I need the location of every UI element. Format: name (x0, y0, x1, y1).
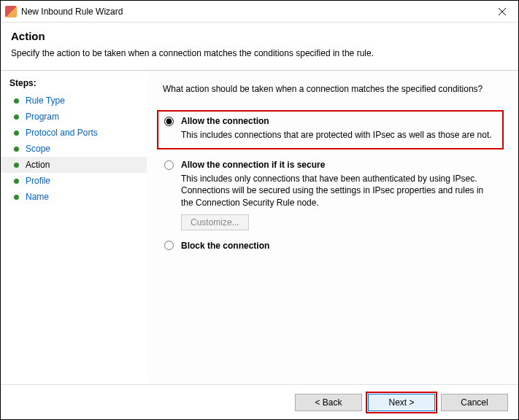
step-bullet-icon (14, 131, 19, 136)
step-label: Rule Type (26, 96, 65, 106)
step-label: Protocol and Ports (26, 128, 98, 138)
step-label: Scope (26, 144, 50, 154)
step-label: Program (26, 112, 59, 122)
sidebar-step[interactable]: Profile (1, 173, 147, 189)
steps-sidebar: Steps: Rule TypeProgramProtocol and Port… (1, 71, 147, 385)
action-prompt: What action should be taken when a conne… (163, 84, 504, 94)
firewall-icon (5, 6, 17, 18)
main-panel: What action should be taken when a conne… (147, 71, 518, 385)
step-label: Profile (26, 176, 50, 186)
title-bar: New Inbound Rule Wizard (1, 1, 518, 23)
option-allow: Allow the connection This includes conne… (157, 110, 504, 149)
step-bullet-icon (14, 163, 19, 168)
step-label: Action (26, 160, 50, 170)
sidebar-step[interactable]: Scope (1, 141, 147, 157)
step-label: Name (26, 192, 49, 202)
next-button[interactable]: Next > (368, 394, 435, 411)
sidebar-step[interactable]: Program (1, 109, 147, 125)
radio-allow[interactable] (164, 117, 174, 126)
label-block: Block the connection (181, 241, 269, 251)
radio-allow-secure[interactable] (164, 160, 174, 170)
customize-button: Customize... (181, 214, 249, 230)
cancel-button[interactable]: Cancel (441, 394, 508, 411)
page-title: Action (11, 30, 508, 42)
step-bullet-icon (14, 147, 19, 152)
desc-allow: This includes connections that are prote… (181, 129, 495, 141)
step-bullet-icon (14, 114, 19, 120)
page-header: Action Specify the action to be taken wh… (1, 23, 518, 70)
radio-block[interactable] (164, 241, 174, 250)
option-allow-secure: Allow the connection if it is secure Thi… (163, 160, 504, 230)
page-subtitle: Specify the action to be taken when a co… (11, 48, 508, 58)
label-allow-secure: Allow the connection if it is secure (181, 160, 325, 170)
back-button[interactable]: < Back (295, 394, 362, 411)
step-bullet-icon (14, 195, 19, 200)
wizard-footer: < Back Next > Cancel (1, 384, 518, 419)
sidebar-step[interactable]: Protocol and Ports (1, 125, 147, 141)
desc-allow-secure: This includes only connections that have… (181, 173, 495, 209)
sidebar-step[interactable]: Rule Type (1, 93, 147, 109)
sidebar-step[interactable]: Action (1, 157, 147, 173)
close-icon (499, 8, 506, 15)
label-allow: Allow the connection (181, 116, 269, 126)
sidebar-step[interactable]: Name (1, 189, 147, 205)
step-bullet-icon (14, 98, 19, 104)
option-block: Block the connection (163, 241, 504, 251)
close-button[interactable] (485, 1, 518, 23)
window-title: New Inbound Rule Wizard (21, 7, 123, 17)
step-bullet-icon (14, 179, 19, 184)
steps-heading: Steps: (1, 77, 147, 93)
